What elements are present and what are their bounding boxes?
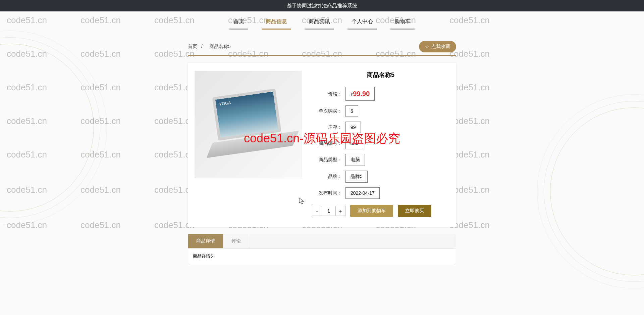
field-label: 发布时间： [312, 190, 342, 196]
system-title-bar: 基于协同过滤算法商品推荐系统 [0, 0, 644, 11]
field-value: 电脑 [345, 154, 365, 166]
system-title: 基于协同过滤算法商品推荐系统 [287, 3, 357, 9]
nav-item[interactable]: 首页 [229, 16, 248, 30]
detail-content: 商品详情5 [188, 249, 456, 264]
nav-item[interactable]: 购物车 [390, 16, 415, 30]
field-label: 品牌： [312, 174, 342, 180]
anti-theft-watermark: code51.cn-源码乐园盗图必究 [244, 130, 400, 147]
favorite-button[interactable]: ☆ 点我收藏 [419, 41, 456, 52]
product-field: 商品类型：电脑 [312, 154, 449, 166]
crumb-sep: / [201, 44, 203, 49]
crumb-home[interactable]: 首页 [188, 44, 197, 49]
tab[interactable]: 商品详情 [188, 234, 223, 248]
nav-item[interactable]: 商品信息 [262, 16, 291, 30]
product-field: 品牌：品牌5 [312, 171, 449, 183]
favorite-label: 点我收藏 [431, 44, 450, 50]
product-field: 价格：¥99.90 [312, 87, 449, 101]
qty-plus[interactable]: + [335, 206, 345, 216]
field-value: 5 [345, 105, 358, 117]
product-title: 商品名称5 [312, 71, 449, 79]
laptop-illustration [202, 87, 294, 162]
field-label: 商品类型： [312, 157, 342, 163]
crumb-current: 商品名称5 [209, 44, 231, 49]
main-nav: 首页商品信息商品资讯个人中心购物车 [0, 16, 644, 30]
nav-item[interactable]: 个人中心 [347, 16, 377, 30]
product-field: 发布时间：2022-04-17 [312, 187, 449, 199]
field-label: 单次购买： [312, 108, 342, 114]
detail-tabs: 商品详情评论 [188, 234, 456, 249]
divider-gold [188, 55, 456, 56]
qty-input[interactable] [322, 206, 335, 216]
product-image [195, 71, 302, 178]
breadcrumb-row: 首页 / 商品名称5 ☆ 点我收藏 [188, 39, 456, 55]
page-content: 首页 / 商品名称5 ☆ 点我收藏 商品名称5 价格：¥99.90单次购买：5库… [188, 39, 456, 264]
decorative-circles-left [0, 44, 94, 212]
buy-now-button[interactable]: 立即购买 [398, 205, 431, 217]
quantity-stepper: - + [312, 206, 345, 216]
tab[interactable]: 评论 [223, 234, 249, 248]
breadcrumb: 首页 / 商品名称5 [188, 44, 233, 50]
field-value: 品牌5 [345, 171, 368, 183]
field-value: 2022-04-17 [345, 187, 380, 199]
add-to-cart-button[interactable]: 添加到购物车 [350, 205, 393, 217]
decorative-circles-right [550, 107, 644, 264]
product-field: 单次购买：5 [312, 105, 449, 117]
field-label: 价格： [312, 91, 342, 97]
star-icon: ☆ [425, 44, 429, 49]
product-actions: - + 添加到购物车 立即购买 [312, 205, 449, 217]
qty-minus[interactable]: - [312, 206, 322, 216]
field-label: 库存： [312, 124, 342, 130]
field-value: ¥99.90 [345, 87, 375, 101]
nav-item[interactable]: 商品资讯 [305, 16, 334, 30]
